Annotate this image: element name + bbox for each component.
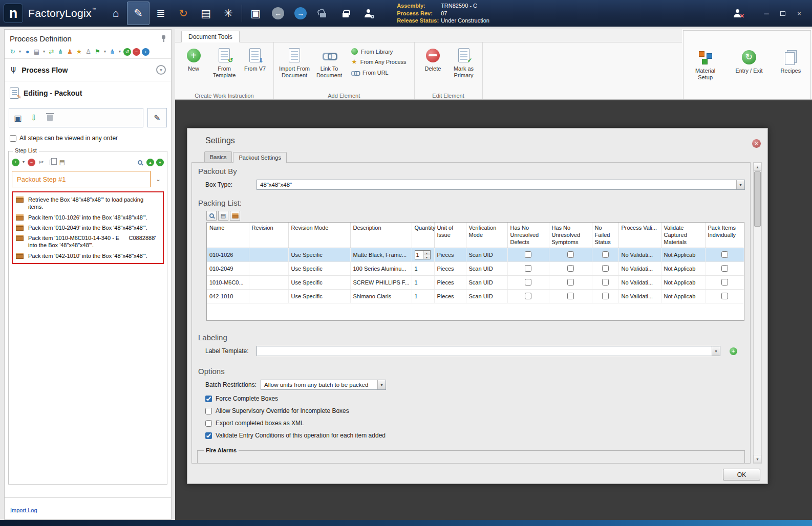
column-header[interactable]: Has No Unresolved Symptoms [549, 223, 592, 248]
no-failed-status-cell[interactable] [592, 276, 618, 290]
has-no-unresolved-symptoms-cell[interactable] [549, 262, 592, 276]
process-flow-row[interactable]: ⋔ Process Flow ▾ [5, 59, 171, 81]
column-header[interactable]: Revision [249, 223, 288, 248]
scroll-down-icon[interactable]: ▼ [754, 455, 761, 463]
sync-button[interactable]: ↻ [172, 2, 195, 25]
no-failed-status-cell[interactable] [592, 248, 618, 262]
revision-mode-cell[interactable]: Use Specific [288, 248, 350, 262]
step-instruction[interactable]: Pack item '010-2049' into the Box '48"x4… [14, 223, 161, 233]
revision-mode-cell[interactable]: Use Specific [288, 276, 350, 290]
remove-step-icon[interactable]: − [28, 159, 35, 166]
option-checkbox[interactable] [205, 408, 212, 414]
material-setup-button[interactable]: Material Setup [689, 47, 722, 80]
scrollbar-thumb[interactable] [754, 171, 761, 227]
packing-list-row[interactable]: 1010-M6C0...Use SpecificSCREW PHILLIPS F… [207, 276, 744, 290]
revision-cell[interactable] [249, 262, 288, 276]
chevron-down-icon[interactable]: ▾ [103, 48, 107, 56]
has-no-unresolved-symptoms-checkbox[interactable] [567, 293, 574, 299]
process-validation-cell[interactable]: No Validati... [618, 290, 661, 303]
logout-button[interactable]: ✕ [726, 2, 749, 25]
option-checkbox[interactable] [205, 396, 212, 402]
move-down-icon[interactable]: ▼ [156, 159, 164, 166]
pack-items-individually-cell[interactable] [705, 262, 744, 276]
column-header[interactable]: Verification Mode [466, 223, 507, 248]
save-step-button[interactable]: ▣ [11, 111, 25, 125]
home-button[interactable]: ⌂ [104, 2, 127, 25]
collapse-chevron-icon[interactable]: ▾ [156, 65, 166, 75]
ok-button[interactable]: OK [723, 469, 760, 480]
from-url-button[interactable]: From URL [351, 69, 407, 77]
find-item-button[interactable] [206, 211, 217, 221]
verification-mode-cell[interactable]: Scan UID [466, 262, 507, 276]
process-validation-cell[interactable]: No Validati... [618, 276, 661, 290]
tab-packout-settings[interactable]: Packout Settings [233, 152, 287, 163]
has-no-unresolved-defects-cell[interactable] [507, 262, 549, 276]
edit-step-document-button[interactable]: ✎ [147, 108, 167, 127]
has-no-unresolved-symptoms-cell[interactable] [549, 248, 592, 262]
column-header[interactable]: No Failed Status [592, 223, 618, 248]
option-checkbox-row[interactable]: Force Complete Boxes [205, 395, 750, 402]
no-failed-status-checkbox[interactable] [602, 265, 609, 272]
has-no-unresolved-defects-checkbox[interactable] [525, 265, 531, 272]
export-icon[interactable]: ⇄ [48, 48, 55, 56]
quantity-cell[interactable]: 1 [412, 262, 434, 276]
validate-captured-materials-cell[interactable]: Not Applicab [661, 248, 705, 262]
add-step-icon[interactable]: + [12, 159, 19, 166]
pack-items-individually-checkbox[interactable] [721, 279, 728, 286]
verification-mode-cell[interactable]: Scan UID [466, 290, 507, 303]
import-step-button[interactable]: ⇩ [27, 111, 41, 125]
box-type-select[interactable]: 48"x48"x48" ▾ [257, 180, 745, 190]
option-checkbox[interactable] [205, 432, 212, 439]
delete-element-button[interactable]: Delete [418, 45, 448, 72]
pin-icon[interactable] [161, 35, 166, 42]
column-header[interactable]: Unit of Issue [434, 223, 466, 248]
info-icon[interactable]: i [142, 48, 149, 56]
quantity-spinner[interactable]: ▴▾ [424, 251, 430, 259]
revision-cell[interactable] [249, 276, 288, 290]
add-label-template-button[interactable]: + [730, 347, 737, 355]
column-header[interactable]: Pack Items Individually [705, 223, 744, 248]
import-log-link[interactable]: Import Log [10, 507, 37, 513]
column-header[interactable]: Name [207, 223, 249, 248]
stop-icon[interactable]: − [133, 48, 140, 56]
chevron-down-icon[interactable]: ▾ [118, 48, 122, 56]
validate-captured-materials-cell[interactable]: Not Applicab [661, 276, 705, 290]
dialog-close-button[interactable]: ✕ [752, 139, 761, 148]
tab-document-tools[interactable]: Document Tools [181, 31, 240, 42]
package-view-button[interactable] [230, 211, 240, 221]
new-button[interactable]: + New [179, 45, 208, 72]
revision-cell[interactable] [249, 290, 288, 303]
chevron-down-icon[interactable]: ▾ [712, 346, 720, 356]
view-order-checkbox[interactable] [10, 135, 16, 142]
batch-restrictions-select[interactable]: Allow units from any batch to be packed … [261, 380, 386, 390]
dialog-scrollbar[interactable]: ▲ ▼ [753, 162, 762, 464]
cut-icon[interactable]: ✂ [37, 158, 45, 166]
option-checkbox[interactable] [205, 420, 212, 427]
chevron-down-icon[interactable]: ▾ [736, 180, 744, 189]
maximize-button[interactable] [775, 7, 790, 20]
name-cell[interactable]: 042-1010 [207, 290, 249, 303]
pack-items-individually-checkbox[interactable] [721, 251, 728, 258]
has-no-unresolved-defects-cell[interactable] [507, 248, 549, 262]
step-instruction[interactable]: Retrieve the Box '48"x48"x48"' to load p… [14, 194, 161, 212]
quantity-cell[interactable]: 1▴▾ [412, 248, 434, 262]
chevron-down-icon[interactable]: ▾ [22, 158, 26, 166]
label-template-select[interactable]: ▾ [257, 346, 720, 356]
packing-list-row[interactable]: 010-2049Use Specific100 Series Aluminu..… [207, 262, 744, 276]
column-header[interactable]: Description [350, 223, 412, 248]
revision-mode-cell[interactable]: Use Specific [288, 290, 350, 303]
revision-mode-cell[interactable]: Use Specific [288, 262, 350, 276]
has-no-unresolved-symptoms-checkbox[interactable] [567, 265, 574, 272]
tab-basics[interactable]: Basics [204, 151, 232, 162]
has-no-unresolved-defects-cell[interactable] [507, 276, 549, 290]
column-header[interactable]: Validate Captured Materials [661, 223, 705, 248]
verification-mode-cell[interactable]: Scan UID [466, 248, 507, 262]
step-name-field[interactable]: Packout Step #1 [12, 171, 151, 187]
unit-of-issue-cell[interactable]: Pieces [434, 248, 466, 262]
back-button[interactable]: ← [267, 2, 289, 25]
column-header[interactable]: Revision Mode [288, 223, 350, 248]
name-cell[interactable]: 1010-M6C0... [207, 276, 249, 290]
step-instruction[interactable]: Pack item '042-1010' into the Box '48"x4… [14, 251, 161, 261]
has-no-unresolved-symptoms-cell[interactable] [549, 276, 592, 290]
close-window-button[interactable]: × [792, 7, 807, 20]
